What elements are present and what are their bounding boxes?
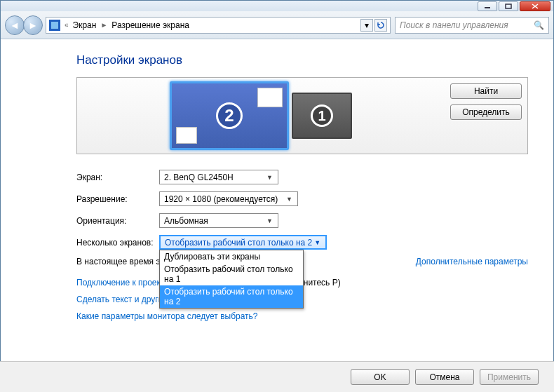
chevron-down-icon: ▼ (312, 237, 323, 248)
chevron-right-icon: ► (100, 21, 107, 29)
dialog-button-bar: OK Отмена Применить (0, 361, 554, 392)
ok-button[interactable]: OK (351, 369, 410, 385)
minimize-button[interactable] (478, 1, 497, 11)
multiple-displays-label: Несколько экранов: (76, 238, 159, 248)
monitor-2[interactable]: 2 (170, 81, 289, 150)
monitor-arrangement-panel[interactable]: 2 1 Найти Определить (76, 77, 528, 154)
which-monitor-link[interactable]: Какие параметры монитора следует выбрать… (76, 311, 258, 321)
window-preview-icon (257, 88, 283, 107)
resolution-select[interactable]: 1920 × 1080 (рекомендуется) ▼ (159, 191, 298, 206)
forward-button[interactable]: ► (23, 15, 43, 35)
chevron-down-icon: ▼ (284, 194, 295, 204)
monitor-1[interactable]: 1 (292, 93, 352, 139)
breadcrumb-item[interactable]: Разрешение экрана (112, 20, 189, 30)
cancel-button[interactable]: Отмена (415, 369, 474, 385)
dropdown-option-selected[interactable]: Отобразить рабочий стол только на 2 (160, 285, 303, 308)
close-button[interactable] (520, 1, 550, 11)
window-titlebar (1, 1, 553, 11)
chevron-down-icon: ▼ (264, 172, 275, 182)
search-input[interactable]: Поиск в панели управления 🔍 (395, 17, 549, 34)
multiple-displays-dropdown: Дублировать эти экраны Отобразить рабочи… (159, 250, 304, 309)
control-panel-icon (49, 20, 60, 31)
monitor-badge: 1 (311, 104, 333, 127)
address-dropdown-button[interactable]: ▾ (360, 19, 373, 32)
back-button[interactable]: ◄ (5, 15, 25, 35)
address-bar[interactable]: « Экран ► Разрешение экрана ▾ (46, 17, 391, 34)
resolution-label: Разрешение: (76, 194, 159, 204)
detect-button[interactable]: Найти (450, 83, 522, 99)
dropdown-option[interactable]: Отобразить рабочий стол только на 1 (160, 263, 303, 285)
maximize-button[interactable] (499, 1, 518, 11)
display-select[interactable]: 2. BenQ GL2450H ▼ (159, 170, 278, 184)
multiple-displays-select[interactable]: Отобразить рабочий стол только на 2 ▼ Ду… (159, 235, 327, 250)
chevron-down-icon: ▼ (264, 215, 275, 226)
dropdown-option[interactable]: Дублировать эти экраны (160, 250, 303, 263)
search-icon: 🔍 (534, 20, 544, 30)
toolbar: ◄ ► « Экран ► Разрешение экрана ▾ Поиск … (1, 11, 553, 39)
display-label: Экран: (76, 173, 159, 182)
chevron-left-icon: « (65, 21, 69, 29)
current-main-text: В настоящее время эт (76, 257, 164, 266)
svg-rect-1 (506, 4, 511, 8)
window-preview-icon (176, 127, 197, 144)
apply-button: Применить (480, 369, 539, 385)
orientation-label: Ориентация: (76, 216, 159, 226)
monitor-badge: 2 (216, 102, 243, 129)
advanced-settings-link[interactable]: Дополнительные параметры (416, 257, 528, 266)
refresh-button[interactable] (374, 19, 387, 32)
breadcrumb-item[interactable]: Экран (73, 20, 97, 30)
orientation-select[interactable]: Альбомная ▼ (159, 213, 278, 228)
search-placeholder: Поиск в панели управления (400, 20, 508, 30)
page-title: Настройки экранов (76, 53, 528, 67)
identify-button[interactable]: Определить (450, 104, 522, 120)
